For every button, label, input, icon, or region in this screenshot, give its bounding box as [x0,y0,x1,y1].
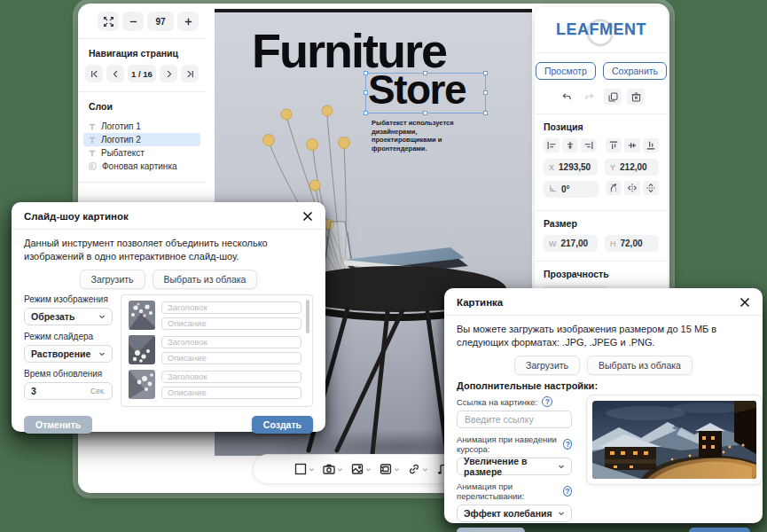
next-page-button[interactable] [160,65,177,82]
align-right-button[interactable] [581,138,597,153]
duplicate-button[interactable] [604,89,622,105]
align-top-button[interactable] [606,138,622,153]
y-position-field[interactable]: Y 212,00 [605,159,659,176]
distort-icon [608,183,619,193]
prev-page-button[interactable] [106,65,124,82]
flip-horizontal-icon [627,183,638,193]
layer-item-selected[interactable]: Логотип 2 [83,133,200,146]
slider-mode-select[interactable]: Растворение [24,345,113,363]
picture-description: Вы можете загружать изображения размером… [457,323,750,348]
slide-description-input[interactable] [161,387,301,399]
delete-button[interactable] [627,89,645,105]
picture-dialog-title: Картинка [457,297,503,308]
slide-title-input[interactable] [161,336,301,348]
size-section: Размер W 217,00 H 72,00 [535,211,668,262]
video-tool-button[interactable] [376,462,403,476]
layer-item[interactable]: Рыбатекст [83,146,200,160]
fit-to-screen-button[interactable] [98,12,119,31]
preview-button[interactable]: Просмотр [536,62,596,80]
canvas-heading-2[interactable]: Store [368,69,466,110]
x-value: 1293,50 [559,162,591,172]
layer-label: Фоновая картинка [102,161,177,171]
slide-row [129,370,301,399]
align-center-h-button[interactable] [562,138,578,153]
canvas-body-text[interactable]: Рыбатекст используется дизайнерами, прое… [372,119,483,153]
x-label: X [549,163,554,172]
delete-icon [630,91,642,103]
choose-from-cloud-button[interactable]: Выбрать из облака [587,356,693,375]
flip-horizontal-button[interactable] [624,181,640,195]
distort-button[interactable] [606,181,622,195]
close-button[interactable] [740,297,750,308]
slideshow-tool-button[interactable] [319,462,346,476]
zoom-in-button[interactable] [177,12,199,31]
shape-tool-button[interactable] [291,462,317,476]
layer-item[interactable]: Фоновая картинка [83,160,200,173]
chevron-down-icon [558,510,565,517]
slide-description-input[interactable] [161,352,301,364]
slide-title-input[interactable] [161,371,301,383]
slide-thumbnail [129,301,155,330]
save-button[interactable]: Сохранить [603,62,667,80]
slide-description-input[interactable] [161,317,301,330]
create-button[interactable]: Создать [252,416,313,434]
hover-animation-select[interactable]: Увеличение в размере [457,458,572,475]
scrollbar[interactable] [306,300,309,333]
selection-handle[interactable] [483,71,488,75]
image-preview-frame [586,395,763,485]
last-page-button[interactable] [181,65,199,82]
zoom-out-button[interactable] [122,12,144,31]
slideshow-dialog-title: Слайд-шоу картинок [24,211,129,222]
link-tool-button[interactable] [404,462,431,476]
interval-input[interactable]: 3 Сек. [24,382,113,400]
align-left-button[interactable] [544,138,560,153]
cancel-button[interactable]: Отменить [457,528,525,532]
help-icon[interactable] [542,396,552,407]
image-tool-button[interactable] [348,462,374,476]
layer-item[interactable]: Логотип 1 [83,120,200,133]
close-button[interactable] [302,211,313,222]
cancel-button[interactable]: Отменить [24,416,92,434]
position-section: Позиция X 1293,5 [535,114,668,211]
close-icon [740,297,750,308]
upload-button[interactable]: Загрузить [80,270,145,289]
help-icon[interactable] [563,486,572,497]
align-center-v-button[interactable] [624,138,640,153]
text-layer-icon [89,123,96,130]
image-mode-label: Режим изображения [24,294,113,304]
undo-button[interactable] [558,89,575,105]
image-mode-select[interactable]: Обрезать [24,308,113,325]
help-icon[interactable] [563,439,572,450]
flip-vertical-button[interactable] [643,181,659,195]
selection-handle[interactable] [364,111,368,115]
height-field[interactable]: H 72,00 [605,235,659,252]
position-title: Позиция [544,121,659,132]
layers-section: Слои Логотип 1 Логотип 2 Рыбатекст [78,92,206,183]
opacity-title: Прозрачность [544,269,659,279]
selection-handle[interactable] [364,90,368,95]
zoom-level-value[interactable]: 97 [147,12,174,31]
upload-button[interactable]: Загрузить [514,356,580,375]
x-position-field[interactable]: X 1293,50 [544,159,598,176]
width-field[interactable]: W 217,00 [544,235,598,252]
align-bottom-button[interactable] [643,138,659,153]
selection-handle[interactable] [364,71,368,75]
rotation-field[interactable]: 0° [544,181,599,198]
choose-from-cloud-button[interactable]: Выбрать из облака [153,270,258,289]
create-button[interactable]: Создать [689,528,750,532]
chevron-left-icon [111,69,121,79]
first-page-button[interactable] [85,65,103,82]
selection-handle[interactable] [483,111,488,115]
flip-animation-select[interactable]: Эффект колебания [457,505,572,522]
hover-animation-value: Увеличение в размере [464,456,558,477]
image-link-input[interactable] [457,411,572,428]
text-selection-box[interactable]: Store [365,73,486,113]
width-label: W [549,239,557,248]
selection-handle[interactable] [483,90,488,95]
interval-unit: Сек. [90,387,106,395]
layers-title: Слои [78,99,206,118]
selection-handle[interactable] [423,71,427,75]
selection-handle[interactable] [423,111,427,115]
slide-title-input[interactable] [161,301,301,314]
redo-button[interactable] [581,89,599,105]
